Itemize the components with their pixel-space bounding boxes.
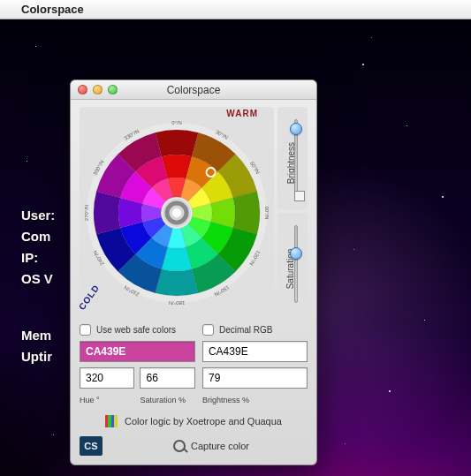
hue-label: Hue ° [80,396,134,404]
desktop-sysinfo: User: Com IP: OS V Mem Uptir [21,205,55,367]
sysinfo-user: User: [21,205,55,226]
svg-point-3 [172,208,181,217]
credit-text: Color logic by Xoetrope and Quaqua [125,416,282,427]
cs-badge[interactable]: CS [80,436,103,456]
brightness-thumb[interactable] [290,123,302,135]
decimal-rgb-checkbox[interactable]: Decimal RGB [202,324,308,336]
svg-text:0°/N: 0°/N [171,120,182,125]
menubar: Colorspace [0,0,471,19]
brightness-label: Brightness % [202,396,308,404]
saturation-slider[interactable]: Saturation [277,213,308,315]
hex-swatch-field[interactable]: CA439E [80,341,195,362]
titlebar[interactable]: Colorspace [71,80,316,100]
decimal-rgb-label: Decimal RGB [219,325,273,335]
sysinfo-osver: OS V [21,268,55,290]
colorspace-window: Colorspace WARM COLD [70,79,317,465]
brightness-slider[interactable]: Brightness [277,107,308,209]
capture-color-button[interactable]: Capture color [115,440,308,452]
websafe-label: Use web safe colors [96,325,176,335]
sysinfo-uptime: Uptir [21,346,55,367]
close-button[interactable] [78,85,87,94]
slider-divider [294,191,305,201]
svg-text:90°/N: 90°/N [264,206,270,219]
saturation-thumb[interactable] [290,247,302,260]
color-wheel-svg: 0°/N30°/N60°/N90°/N120°/N150°/N180°/N210… [83,109,270,312]
svg-text:270°/N: 270°/N [84,205,89,221]
checkbox-box[interactable] [202,324,214,336]
checkbox-box[interactable] [80,324,91,336]
credit-line: Color logic by Xoetrope and Quaqua [80,415,308,427]
minimize-button[interactable] [93,85,103,94]
hue-field[interactable]: 320 [80,367,134,389]
capture-label: Capture color [191,441,249,451]
desktop: User: Com IP: OS V Mem Uptir Colorspace … [0,19,471,476]
menubar-app-name[interactable]: Colorspace [21,3,84,16]
sysinfo-ip: IP: [21,247,55,268]
palette-icon [105,415,118,427]
zoom-button[interactable] [108,85,118,94]
magnifier-icon [173,440,186,452]
hex-field[interactable]: CA439E [202,341,308,362]
sysinfo-memory: Mem [21,325,55,346]
sysinfo-computer: Com [21,226,55,247]
websafe-checkbox[interactable]: Use web safe colors [80,324,195,336]
saturation-label: Saturation % [140,396,194,404]
brightness-field[interactable]: 79 [202,367,308,389]
svg-text:180°/N: 180°/N [169,300,185,306]
color-wheel[interactable]: WARM COLD [80,107,274,315]
saturation-field[interactable]: 66 [140,367,194,389]
